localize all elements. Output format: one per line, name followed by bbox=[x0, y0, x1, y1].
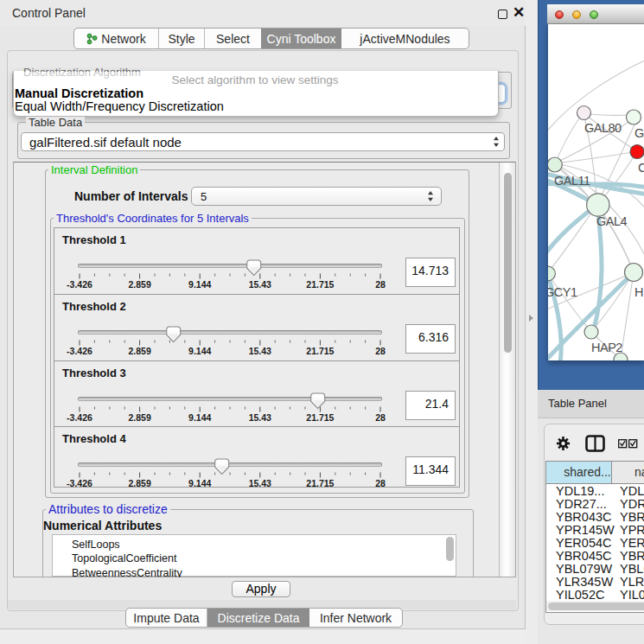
svg-text:C: C bbox=[638, 161, 644, 175]
svg-text:GAL80: GAL80 bbox=[584, 121, 622, 135]
svg-text:GCY1: GCY1 bbox=[548, 285, 577, 299]
svg-text:GAL11: GAL11 bbox=[554, 174, 590, 188]
svg-text:GAL4: GAL4 bbox=[596, 214, 628, 228]
svg-text:HAP2: HAP2 bbox=[591, 341, 622, 354]
svg-text:H: H bbox=[634, 285, 643, 299]
svg-text:GA: GA bbox=[634, 126, 644, 140]
